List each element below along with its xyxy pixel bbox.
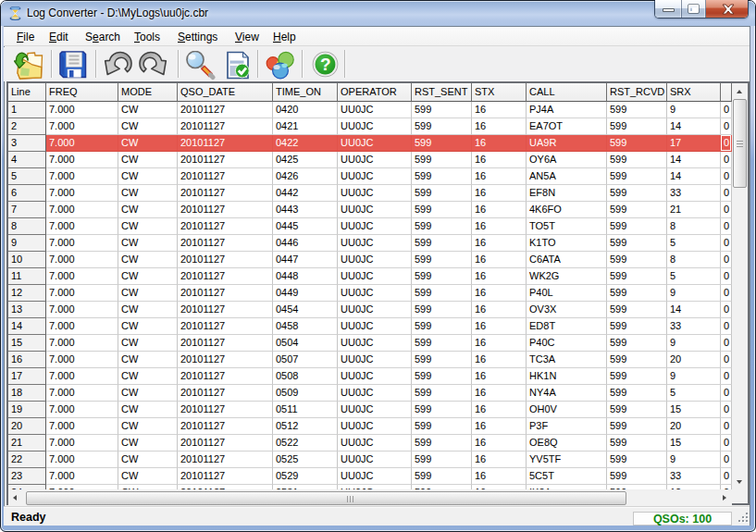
svg-text:?: ? [320, 55, 331, 74]
